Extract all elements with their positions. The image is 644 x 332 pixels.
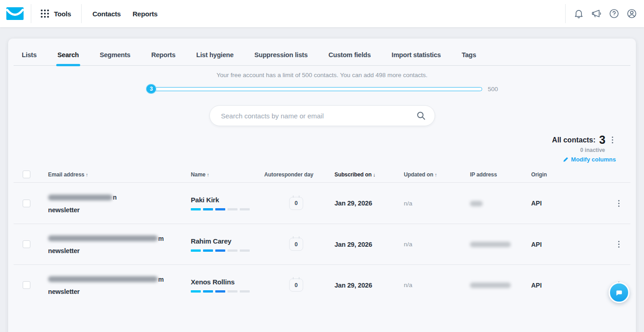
- column-header[interactable]: IP address: [470, 171, 531, 178]
- engagement-segment: [191, 290, 201, 293]
- column-header[interactable]: Name↑: [191, 171, 264, 178]
- column-header[interactable]: Email address↑: [48, 171, 191, 178]
- engagement-score-bar: [191, 249, 264, 252]
- tab-reports[interactable]: Reports: [151, 51, 175, 65]
- pencil-icon: [563, 156, 569, 162]
- megaphone-icon[interactable]: [591, 8, 602, 20]
- redacted-email: [48, 276, 158, 282]
- tab-label: Suppression lists: [254, 51, 307, 59]
- column-header-label: Updated on: [404, 171, 433, 178]
- sort-arrow-icon: ↑: [86, 172, 88, 177]
- contact-name[interactable]: Xenos Rollins: [191, 278, 264, 286]
- modify-columns-button[interactable]: Modify columns: [14, 156, 616, 163]
- grid-icon: [40, 9, 49, 18]
- engagement-segment: [228, 249, 237, 252]
- brand-envelope-icon[interactable]: [6, 7, 24, 20]
- tab-lists[interactable]: Lists: [22, 51, 37, 65]
- app-window: Tools Contacts Reports: [0, 0, 644, 332]
- summary-kebab-menu-icon[interactable]: [609, 135, 616, 145]
- account-icon[interactable]: [626, 8, 638, 20]
- email-suffix: n: [113, 194, 117, 201]
- updated-on-cell: n/a: [404, 282, 470, 288]
- search-icon[interactable]: [416, 111, 426, 120]
- email-cell[interactable]: m newsletter: [48, 234, 191, 254]
- contact-name[interactable]: Paki Kirk: [191, 196, 264, 204]
- modify-columns-label: Modify columns: [571, 156, 616, 163]
- row-kebab-menu-icon[interactable]: [615, 198, 622, 209]
- nav-reports[interactable]: Reports: [132, 10, 157, 18]
- slider-max-label: 500: [488, 86, 498, 93]
- table-header-row: Email address↑ Name↑ Autoresponder day S…: [14, 166, 630, 183]
- row-checkbox[interactable]: [23, 200, 30, 207]
- select-all-checkbox[interactable]: [23, 171, 30, 178]
- search-input[interactable]: [210, 112, 435, 120]
- sort-arrow-icon: ↑: [207, 172, 209, 177]
- engagement-segment: [203, 290, 213, 293]
- column-header[interactable]: Updated on↑: [404, 171, 470, 178]
- origin-cell: API: [531, 241, 607, 248]
- tab-label: Custom fields: [329, 51, 371, 59]
- autoresponder-cell: 0: [264, 278, 334, 292]
- tab-search[interactable]: Search: [58, 51, 79, 65]
- search-box: [209, 105, 435, 126]
- tab-suppression-lists[interactable]: Suppression lists: [254, 51, 307, 65]
- row-kebab-menu-icon[interactable]: [615, 239, 622, 249]
- tab-label: Segments: [100, 51, 131, 59]
- nav-contacts[interactable]: Contacts: [92, 10, 121, 18]
- column-header[interactable]: Autoresponder day: [264, 171, 334, 178]
- email-cell[interactable]: n newsletter: [48, 193, 191, 214]
- name-cell: Xenos Rollins: [191, 278, 264, 293]
- list-name: newsletter: [48, 247, 191, 254]
- column-header[interactable]: Subscribed on↓: [334, 171, 404, 178]
- live-chat-button[interactable]: [609, 282, 629, 303]
- tab-tags[interactable]: Tags: [462, 51, 476, 65]
- column-header-label: Name: [191, 171, 205, 178]
- engagement-score-bar: [191, 208, 264, 210]
- ip-cell: [470, 281, 531, 289]
- divider: [31, 4, 31, 23]
- all-contacts-label: All contacts:: [552, 136, 596, 144]
- tab-label: Reports: [151, 51, 175, 59]
- bell-icon[interactable]: [573, 8, 585, 20]
- row-checkbox[interactable]: [23, 240, 30, 248]
- ip-cell: [470, 240, 531, 249]
- email-cell[interactable]: m newsletter: [48, 275, 191, 295]
- slider-knob[interactable]: 3: [146, 84, 156, 94]
- chat-bubble-icon: [615, 288, 624, 297]
- sort-arrow-icon: ↓: [373, 172, 375, 177]
- account-limit-message: Your free account has a limit of 500 con…: [14, 72, 630, 78]
- autoresponder-day-badge: 0: [289, 278, 303, 292]
- column-header-label: Autoresponder day: [264, 171, 313, 178]
- autoresponder-day-badge: 0: [289, 238, 303, 251]
- contacts-summary: All contacts: 3 0 inactive Modify column…: [14, 134, 630, 163]
- help-icon[interactable]: [608, 8, 620, 20]
- contact-name[interactable]: Rahim Carey: [191, 237, 264, 245]
- ip-cell: [470, 199, 531, 207]
- inactive-count: 0 inactive: [14, 147, 605, 153]
- subscribed-on-cell: Jan 29, 2026: [334, 200, 404, 207]
- table-row: n newsletter Paki Kirk 0 Jan 29, 2026 n/…: [14, 183, 630, 224]
- origin-cell: API: [531, 282, 607, 289]
- autoresponder-cell: 0: [264, 197, 334, 210]
- engagement-segment: [228, 208, 237, 210]
- column-header-label: IP address: [470, 171, 497, 178]
- column-header[interactable]: Origin: [531, 171, 607, 178]
- slider-track: [153, 87, 482, 91]
- redacted-ip: [470, 242, 511, 247]
- autoresponder-day-badge: 0: [289, 197, 303, 210]
- row-checkbox[interactable]: [23, 281, 30, 289]
- tab-list-hygiene[interactable]: List hygiene: [196, 51, 233, 65]
- divider: [565, 4, 566, 23]
- origin-cell: API: [531, 200, 607, 207]
- table-row: m newsletter Xenos Rollins 0 Jan 29, 202…: [14, 264, 630, 305]
- tab-import-statistics[interactable]: Import statistics: [392, 51, 441, 65]
- tab-bar: Lists Search Segments Reports List hygie…: [14, 39, 630, 66]
- tab-label: Import statistics: [392, 51, 441, 59]
- primary-nav: Contacts Reports: [92, 10, 158, 18]
- tab-custom-fields[interactable]: Custom fields: [329, 51, 371, 65]
- tab-segments[interactable]: Segments: [100, 51, 131, 65]
- engagement-segment: [203, 208, 213, 210]
- engagement-score-bar: [191, 290, 264, 293]
- engagement-segment: [215, 290, 225, 293]
- tools-menu-button[interactable]: Tools: [40, 9, 71, 18]
